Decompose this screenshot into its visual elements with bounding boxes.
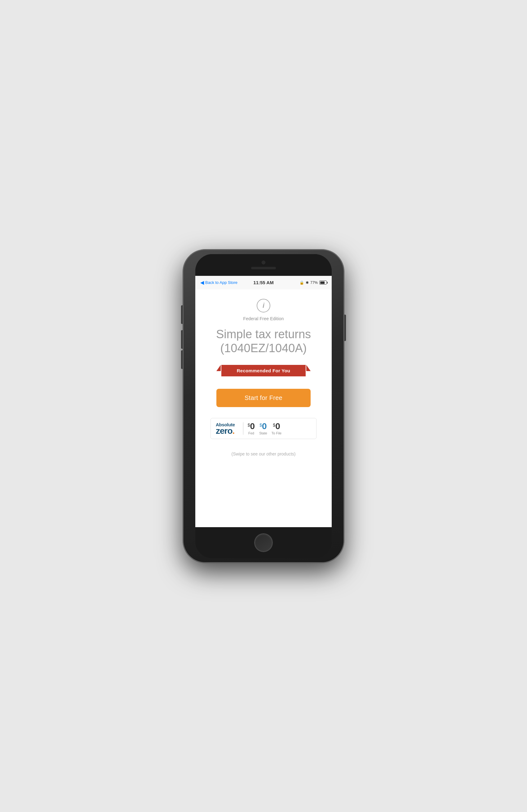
main-title-line2: (1040EZ/1040A) <box>221 342 307 354</box>
battery-fill <box>320 281 325 284</box>
ribbon-label: Recommended For You <box>221 365 306 376</box>
swipe-hint: (Swipe to see our other products) <box>231 451 296 456</box>
ribbon-right-notch <box>306 365 311 371</box>
az-divider <box>243 422 243 435</box>
zero-text: zero. <box>216 427 235 435</box>
ribbon-container: Recommended For You <box>205 365 322 376</box>
az-prices: $0 Fed $0 State $0 <box>248 422 282 435</box>
home-button[interactable] <box>255 534 272 552</box>
bluetooth-icon: ✱ <box>306 280 309 285</box>
content-inner: i Federal Free Edition Simple tax return… <box>195 290 332 469</box>
fed-amount: $0 <box>248 422 255 431</box>
status-time: 11:55 AM <box>253 280 273 285</box>
price-state: $0 State <box>259 422 267 435</box>
absolute-zero-section: Absolute zero. $0 Fed <box>210 418 317 439</box>
status-left: ◀ Back to App Store <box>200 279 238 286</box>
price-fed: $0 Fed <box>248 422 255 435</box>
info-icon: i <box>257 299 270 313</box>
app-content: i Federal Free Edition Simple tax return… <box>195 290 332 527</box>
to-file-amount: $0 <box>273 422 280 431</box>
start-for-free-button[interactable]: Start for Free <box>216 389 311 407</box>
battery-percent: 77% <box>310 280 318 285</box>
earpiece-speaker <box>251 267 276 269</box>
absolute-zero-logo: Absolute zero. <box>216 422 235 435</box>
battery-icon <box>319 280 327 285</box>
fed-label: Fed <box>248 431 254 435</box>
main-title: Simple tax returns (1040EZ/1040A) <box>216 327 311 356</box>
price-to-file: $0 To File <box>272 422 282 435</box>
top-bezel <box>195 254 332 276</box>
az-dot: . <box>232 426 235 436</box>
status-right-icons: 🔒 ✱ 77% <box>299 280 327 285</box>
back-to-app-store-label[interactable]: Back to App Store <box>205 280 238 285</box>
ribbon-left-notch <box>216 365 221 371</box>
state-amount: $0 <box>259 422 267 431</box>
front-camera <box>262 261 265 264</box>
zero-word: zero <box>216 426 232 436</box>
phone-device: ◀ Back to App Store 11:55 AM 🔒 ✱ 77% i <box>183 249 344 563</box>
phone-screen: ◀ Back to App Store 11:55 AM 🔒 ✱ 77% i <box>195 254 332 558</box>
back-arrow-icon: ◀ <box>200 279 204 286</box>
main-title-line1: Simple tax returns <box>216 328 311 341</box>
lock-icon: 🔒 <box>299 280 304 285</box>
state-label: State <box>259 431 267 435</box>
to-file-label: To File <box>272 431 282 435</box>
bottom-bezel <box>195 527 332 558</box>
edition-label: Federal Free Edition <box>243 316 284 321</box>
status-bar: ◀ Back to App Store 11:55 AM 🔒 ✱ 77% <box>195 276 332 290</box>
